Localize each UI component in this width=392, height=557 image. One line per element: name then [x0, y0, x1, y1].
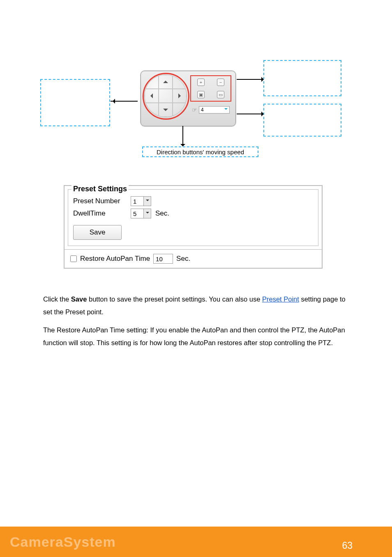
arrow-line-tr	[237, 79, 263, 80]
callout-direction-speed: Direction buttons' moving speed	[142, 146, 258, 157]
restore-autopan-unit: Sec.	[176, 255, 190, 263]
arrowhead-bottom-icon	[180, 144, 185, 149]
preset-number-value: 1	[133, 198, 136, 205]
arrow-left-icon	[150, 93, 153, 98]
dwell-time-row: DwellTime 5 Sec.	[73, 209, 313, 218]
dir-right-button[interactable]	[173, 89, 187, 103]
arrow-line-br	[237, 114, 263, 114]
preset-settings-panel: Preset Settings Preset Number 1 DwellTim…	[64, 185, 323, 269]
chevron-down-icon	[146, 212, 149, 215]
callout-zoom-focus	[263, 60, 341, 96]
focus-near-icon: ▣	[197, 91, 205, 98]
arrow-up-icon	[163, 81, 168, 83]
preset-point-link[interactable]: Preset Point	[262, 295, 299, 303]
restore-autopan-label: Restore AutoPan Time	[80, 255, 150, 263]
focus-far-icon: ▭	[217, 91, 224, 98]
callout-direction-buttons	[40, 79, 110, 126]
ptz-direction-diagram: Direction buttons' moving speed + − ▣	[40, 60, 341, 161]
dir-up-button[interactable]	[159, 75, 173, 89]
dir-left-button[interactable]	[145, 89, 159, 103]
direction-pad	[144, 74, 187, 117]
zoom-in-button[interactable]: +	[191, 76, 211, 88]
preset-settings-fieldset: Preset Settings Preset Number 1 DwellTim…	[68, 189, 318, 246]
body-text: Click the Save button to save the preset…	[43, 293, 347, 354]
preset-number-row: Preset Number 1	[73, 196, 313, 206]
restore-autopan-input[interactable]	[153, 254, 173, 264]
dwell-time-label: DwellTime	[73, 209, 127, 218]
arrow-right-icon	[178, 93, 181, 98]
dwell-time-unit: Sec.	[155, 209, 169, 218]
focus-near-button[interactable]: ▣	[191, 88, 211, 101]
callout-direction-speed-text: Direction buttons' moving speed	[156, 149, 245, 155]
dwell-time-select[interactable]: 5	[131, 209, 151, 218]
restore-autopan-checkbox[interactable]	[70, 255, 77, 262]
zoom-out-icon: −	[217, 79, 224, 86]
preset-settings-title: Preset Settings	[71, 185, 129, 193]
ptz-control-panel: + − ▣ ▭ ☞ 4	[141, 71, 236, 126]
dwell-time-value: 5	[133, 210, 136, 217]
side-button-area: + − ▣ ▭ ☞ 4	[190, 75, 231, 116]
zoom-focus-button-group: + − ▣ ▭	[190, 75, 231, 102]
dir-down-button[interactable]	[159, 103, 173, 117]
focus-far-button[interactable]: ▭	[211, 88, 231, 101]
dir-center-button[interactable]	[159, 89, 173, 103]
speed-value: 4	[201, 107, 204, 113]
save-text: Save	[71, 295, 87, 303]
page-number: 63	[342, 540, 353, 551]
dir-up-left-button[interactable]	[145, 75, 159, 89]
arrow-line-bottom	[182, 126, 183, 146]
footer-watermark: CameraSystem	[10, 534, 116, 550]
paragraph-2: The Restore AutoPan Time setting: If you…	[43, 324, 347, 350]
dpad-wrap	[144, 74, 188, 118]
arrowhead-left-icon	[110, 99, 115, 104]
paragraph-1: Click the Save button to save the preset…	[43, 293, 347, 319]
preset-number-label: Preset Number	[73, 197, 127, 205]
speed-select[interactable]: 4	[199, 106, 230, 114]
zoom-in-icon: +	[197, 79, 205, 86]
arrowhead-tr-icon	[261, 77, 266, 82]
restore-autopan-row: Restore AutoPan Time Sec.	[65, 249, 322, 268]
chevron-down-icon	[224, 108, 228, 111]
speed-row: ☞ 4	[190, 105, 231, 115]
callout-speed-dropdown	[263, 104, 341, 137]
chevron-down-icon	[146, 200, 149, 203]
arrowhead-br-icon	[261, 111, 266, 116]
save-button[interactable]: Save	[73, 225, 122, 240]
preset-number-select[interactable]: 1	[131, 196, 151, 206]
arrow-down-icon	[163, 109, 168, 111]
page-footer: CameraSystem 63	[0, 527, 392, 557]
speed-icon: ☞	[192, 107, 197, 113]
zoom-out-button[interactable]: −	[211, 76, 231, 88]
